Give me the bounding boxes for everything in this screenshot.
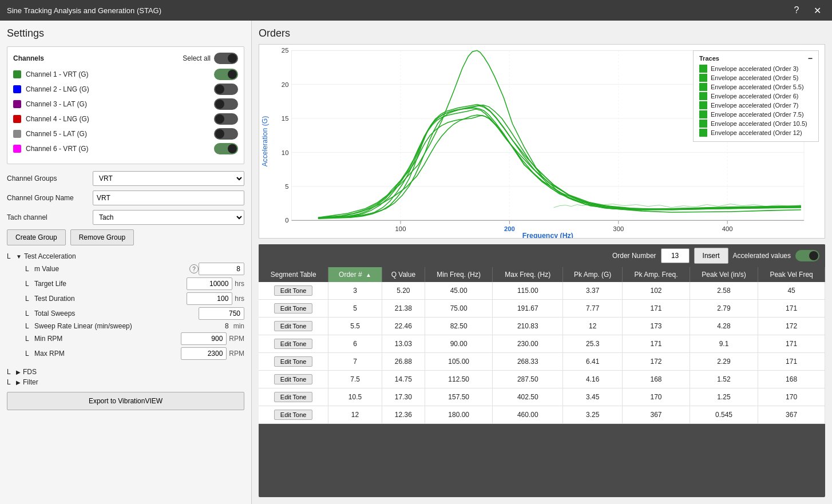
test-acceleration-label: Test Acceleration (24, 252, 76, 260)
channel-toggle[interactable] (214, 128, 238, 140)
create-group-button[interactable]: Create Group (7, 229, 66, 245)
pk-amp-freq-cell: 102 (623, 282, 690, 300)
channel-group-name-input[interactable] (93, 191, 244, 205)
legend-item: Envelope accelerated (Order 7) (699, 101, 813, 109)
app-title: Sine Tracking Analysis and Generation (S… (7, 6, 161, 15)
channel-toggle[interactable] (214, 113, 238, 125)
channel-groups-select[interactable]: VRT (93, 171, 244, 186)
fds-arrow[interactable]: ▶ (16, 369, 21, 375)
test-duration-input[interactable] (187, 292, 232, 305)
q-cell: 13.03 (382, 335, 425, 353)
max-freq-cell: 460.00 (493, 406, 563, 424)
channel-toggle[interactable] (214, 143, 238, 154)
edit-tone-button[interactable]: Edit Tone (274, 356, 313, 367)
peak-vel-cell: 4.28 (690, 318, 758, 335)
pk-amp-freq-cell: 171 (623, 335, 690, 353)
export-button[interactable]: Export to VibrationVIEW (7, 392, 244, 410)
legend-item: Envelope accelerated (Order 12) (699, 129, 813, 137)
title-bar: Sine Tracking Analysis and Generation (S… (0, 0, 832, 21)
edit-tone-button[interactable]: Edit Tone (274, 339, 313, 349)
group-buttons: Create Group Remove Group (7, 229, 244, 245)
q-cell: 12.36 (382, 406, 425, 424)
svg-text:5: 5 (285, 183, 288, 190)
select-all-toggle[interactable] (214, 53, 238, 64)
total-sweeps-input[interactable] (199, 307, 244, 320)
channel-toggle[interactable] (214, 84, 238, 95)
legend-item: Envelope accelerated (Order 3) (699, 65, 813, 73)
min-rpm-input[interactable] (181, 332, 227, 345)
edit-tone-button[interactable]: Edit Tone (274, 392, 313, 402)
channel-name: Channel 5 - LAT (G) (26, 130, 214, 138)
legend-item-label: Envelope accelerated (Order 6) (711, 93, 798, 100)
max-rpm-unit: RPM (229, 350, 244, 358)
channel-toggle[interactable] (214, 98, 238, 110)
tach-channel-select[interactable]: Tach (93, 210, 244, 225)
min-rpm-unit: RPM (229, 335, 244, 343)
insert-button[interactable]: Insert (694, 248, 728, 264)
remove-group-button[interactable]: Remove Group (70, 229, 134, 245)
legend-box: Traces − Envelope accelerated (Order 3) … (693, 50, 819, 142)
channel-name: Channel 6 - VRT (G) (26, 145, 214, 153)
filter-arrow[interactable]: ▶ (16, 379, 21, 386)
pk-amp-cell: 4.16 (563, 371, 623, 388)
table-row: Edit Tone 10.5 17.30 157.50 402.50 3.45 … (259, 388, 825, 406)
legend-header: Traces − (699, 54, 813, 62)
table-row: Edit Tone 12 12.36 180.00 460.00 3.25 36… (259, 406, 825, 424)
min-rpm-row: L Min RPM RPM (7, 331, 244, 346)
max-rpm-input[interactable] (181, 347, 227, 360)
channel-groups-row: Channel Groups VRT (7, 171, 244, 186)
channels-box: Channels Select all Channel 1 - VRT (G) … (7, 46, 244, 164)
legend-title: Traces (699, 55, 719, 62)
target-life-input[interactable] (187, 277, 232, 290)
peak-vel-cell: 0.545 (690, 406, 758, 424)
legend-item: Envelope accelerated (Order 10.5) (699, 120, 813, 128)
channel-color (13, 130, 21, 138)
sweep-rate-row: L Sweep Rate Linear (min/sweep) 8 min (7, 321, 244, 331)
window-controls: ? ✕ (789, 2, 825, 18)
svg-text:300: 300 (613, 225, 624, 232)
edit-tone-button[interactable]: Edit Tone (274, 285, 313, 296)
segment-cell: Edit Tone (259, 406, 328, 424)
channel-toggle[interactable] (214, 69, 238, 80)
legend-color-icon (699, 83, 707, 91)
fds-row: L ▶ FDS (7, 367, 244, 377)
settings-title: Settings (7, 27, 244, 39)
q-cell: 22.46 (382, 318, 425, 335)
table-scroll[interactable]: Segment Table Order # ▲ Q Value Min Freq… (259, 267, 825, 497)
test-acceleration-arrow[interactable]: ▼ (16, 253, 22, 260)
q-cell: 21.38 (382, 300, 425, 318)
max-freq-cell: 287.50 (493, 371, 563, 388)
order-cell: 5 (328, 300, 382, 318)
edit-tone-button[interactable]: Edit Tone (274, 374, 313, 384)
order-number-input[interactable] (661, 248, 690, 263)
accel-values-toggle[interactable] (795, 250, 819, 261)
svg-rect-29 (699, 74, 707, 82)
help-button[interactable]: ? (789, 2, 805, 18)
channel-row: Channel 2 - LNG (G) (13, 84, 238, 95)
col-order[interactable]: Order # ▲ (328, 267, 382, 282)
channels-label: Channels (13, 54, 44, 62)
peak-vel-freq-cell: 171 (758, 335, 825, 353)
edit-tone-button[interactable]: Edit Tone (274, 303, 313, 313)
col-q: Q Value (382, 267, 425, 282)
m-value-input[interactable] (199, 263, 244, 275)
m-value-row: L m Value ? (7, 261, 244, 276)
pk-amp-cell: 12 (563, 318, 623, 335)
edit-tone-button[interactable]: Edit Tone (274, 410, 313, 420)
segment-cell: Edit Tone (259, 335, 328, 353)
m-value-help-icon[interactable]: ? (189, 264, 199, 273)
close-button[interactable]: ✕ (809, 2, 825, 18)
min-freq-cell: 180.00 (425, 406, 492, 424)
edit-tone-button[interactable]: Edit Tone (274, 321, 313, 331)
svg-rect-35 (699, 129, 707, 137)
peak-vel-cell: 9.1 (690, 335, 758, 353)
select-all-group: Select all (183, 53, 238, 64)
channels-header: Channels Select all (13, 53, 238, 64)
segment-cell: Edit Tone (259, 282, 328, 300)
peak-vel-freq-cell: 170 (758, 388, 825, 406)
q-cell: 14.75 (382, 371, 425, 388)
legend-item: Envelope accelerated (Order 5.5) (699, 83, 813, 91)
min-rpm-label: Min RPM (34, 335, 181, 343)
pk-amp-freq-cell: 173 (623, 318, 690, 335)
legend-minimize-button[interactable]: − (808, 54, 813, 62)
